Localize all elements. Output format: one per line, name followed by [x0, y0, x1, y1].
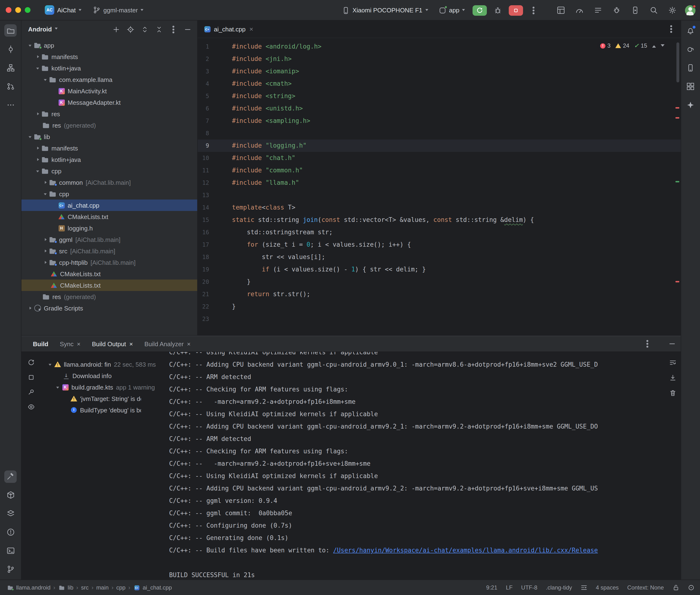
notifications-button[interactable] — [684, 24, 697, 37]
build-console[interactable]: C/C++: -- Using KleidiAI optimized kerne… — [169, 352, 664, 579]
code-line[interactable]: 20 } — [198, 276, 680, 288]
select-opened-file-button[interactable] — [111, 24, 122, 35]
previous-problem-button[interactable] — [652, 43, 656, 47]
code-line[interactable]: 21 return str.str(); — [198, 288, 680, 301]
editor-scrollbar[interactable] — [676, 42, 679, 82]
tree-item[interactable]: CMakeLists.txt — [22, 268, 197, 280]
code-line[interactable]: 5#include <string> — [198, 90, 680, 103]
code-line[interactable]: 2#include <jni.h> — [198, 53, 680, 65]
tree-item[interactable]: MessageAdapter.kt — [22, 97, 197, 108]
inspections-widget[interactable]: 3 24 15 — [597, 41, 667, 50]
tree-item[interactable]: llama.android: fin22 sec, 583 ms — [41, 359, 168, 370]
project-selector[interactable]: AC AiChat — [42, 3, 84, 17]
console-link[interactable]: /Users/hanyin/Workspace/ai-chat/examples… — [333, 547, 598, 554]
debug-button[interactable] — [492, 4, 504, 17]
code-line[interactable]: 17 for (size_t i = 0; i < values.size();… — [198, 238, 680, 251]
indent-size[interactable]: 4 spaces — [596, 584, 619, 591]
chevron-right-icon[interactable] — [26, 304, 34, 312]
logcat-button[interactable] — [592, 4, 604, 17]
code-area[interactable]: 1#include <android/log.h>2#include <jni.… — [198, 38, 680, 335]
passed-count[interactable]: 15 — [634, 42, 647, 49]
close-tab-icon[interactable] — [77, 340, 81, 347]
more-tool-windows-button[interactable] — [4, 98, 17, 111]
device-manager-button[interactable] — [629, 4, 641, 17]
lock-button[interactable] — [672, 584, 679, 591]
code-line[interactable]: 16 std::ostringstream str; — [198, 226, 680, 238]
code-line[interactable]: 12#include "llama.h" — [198, 177, 680, 189]
close-tab-icon[interactable] — [187, 340, 191, 347]
code-line[interactable]: 14template<class T> — [198, 201, 680, 214]
app-quality-insights-button[interactable] — [611, 4, 623, 17]
tree-item[interactable]: ggml[AiChat.lib.main] — [22, 234, 197, 245]
code-line[interactable]: 9#include "logging.h" — [198, 140, 680, 152]
breadcrumb-item[interactable]: src — [81, 584, 89, 591]
chevron-down-icon[interactable] — [41, 76, 49, 83]
next-problem-button[interactable] — [661, 44, 664, 48]
chevron-down-icon[interactable] — [34, 64, 41, 72]
close-window-button[interactable] — [6, 7, 11, 13]
terminal-tool-button[interactable] — [4, 544, 17, 557]
tab-build-output[interactable]: Build Output — [92, 340, 133, 347]
tree-item[interactable]: Gradle Scripts — [22, 302, 197, 314]
minimize-window-button[interactable] — [15, 7, 21, 13]
code-line[interactable]: 18 str << values[i]; — [198, 251, 680, 263]
error-stripe-mark[interactable] — [675, 107, 679, 109]
tree-item[interactable]: manifests — [22, 51, 197, 62]
vcs-branch-selector[interactable]: ggml-master — [90, 4, 146, 16]
silent-mode-button[interactable] — [25, 401, 37, 413]
editor-options-button[interactable] — [665, 23, 677, 35]
version-control-tool-button[interactable] — [4, 563, 17, 575]
rerun-build-button[interactable] — [25, 357, 37, 368]
settings-button[interactable] — [666, 4, 678, 17]
chevron-down-icon[interactable] — [26, 41, 34, 49]
zoom-window-button[interactable] — [25, 7, 30, 13]
stop-build-button[interactable] — [25, 371, 37, 383]
expand-all-button[interactable] — [139, 24, 150, 35]
warning-count[interactable]: 24 — [615, 42, 629, 49]
tree-item[interactable]: build.gradle.ktsapp 1 warning — [41, 381, 168, 393]
build-options-button[interactable] — [641, 338, 653, 349]
tree-item[interactable]: CMakeLists.txt — [22, 280, 197, 291]
breadcrumb-item[interactable]: ai_chat.cpp — [133, 584, 172, 591]
tree-item[interactable]: 'jvmTarget: String' is deprec — [41, 393, 168, 404]
locate-file-button[interactable] — [125, 24, 136, 35]
resource-manager-button[interactable] — [684, 80, 697, 92]
chevron-right-icon[interactable] — [34, 53, 41, 60]
chevron-right-icon[interactable] — [41, 259, 49, 266]
structure-tool-button[interactable] — [4, 61, 17, 74]
commit-tool-button[interactable] — [4, 43, 17, 55]
tree-item[interactable]: lib — [22, 131, 197, 142]
user-avatar[interactable] — [685, 5, 695, 16]
build-tool-button[interactable] — [4, 470, 17, 483]
tree-item[interactable]: cpp — [22, 188, 197, 200]
assistant-button[interactable] — [684, 98, 697, 111]
error-stripe-mark[interactable] — [675, 281, 679, 282]
chevron-right-icon[interactable] — [34, 156, 41, 163]
code-line[interactable]: 3#include <iomanip> — [198, 65, 680, 78]
tree-item[interactable]: common[AiChat.lib.main] — [22, 177, 197, 188]
code-line[interactable]: 22} — [198, 301, 680, 313]
chevron-down-icon[interactable] — [41, 190, 49, 198]
error-count[interactable]: 3 — [600, 42, 611, 49]
breadcrumb-item[interactable]: llama.android — [7, 584, 51, 591]
chevron-right-icon[interactable] — [41, 247, 49, 255]
code-line[interactable]: 6#include <unistd.h> — [198, 103, 680, 115]
context-widget[interactable]: Context: None — [627, 584, 664, 591]
code-line[interactable]: 10#include "chat.h" — [198, 152, 680, 164]
profiler-button[interactable] — [573, 4, 586, 17]
tree-item[interactable]: ai_chat.cpp — [22, 200, 197, 211]
tree-item[interactable]: com.example.llama — [22, 74, 197, 85]
tree-item[interactable]: MainActivity.kt — [22, 85, 197, 97]
code-line[interactable]: 11#include "common.h" — [198, 164, 680, 177]
hide-panel-button[interactable] — [182, 24, 193, 35]
code-style-button[interactable] — [581, 584, 587, 591]
code-line[interactable]: 19 if (i < values.size() - 1) { str << d… — [198, 263, 680, 276]
file-encoding[interactable]: UTF-8 — [521, 584, 537, 591]
code-line[interactable]: 15static std::string join(const std::vec… — [198, 214, 680, 226]
pull-requests-tool-button[interactable] — [4, 80, 17, 92]
code-line[interactable]: 7#include <sampling.h> — [198, 115, 680, 127]
tree-item[interactable]: res — [22, 108, 197, 119]
chevron-right-icon[interactable] — [41, 178, 49, 186]
pin-tab-button[interactable] — [25, 386, 37, 398]
hide-build-panel-button[interactable] — [668, 340, 676, 348]
